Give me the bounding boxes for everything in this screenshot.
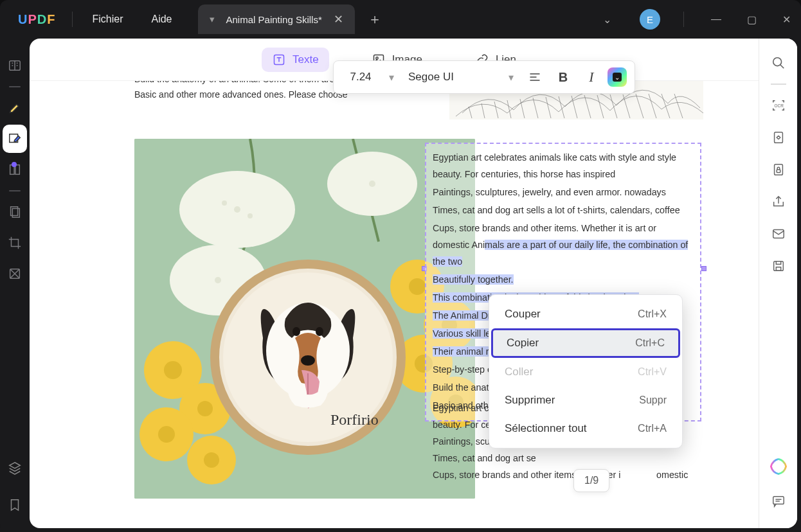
minimize-button[interactable]: — — [707, 11, 725, 28]
tab-title: Animal Painting Skills* — [226, 14, 322, 25]
organize-tool-icon[interactable] — [3, 198, 27, 226]
app-logo: UPDF — [18, 12, 55, 27]
ocr-icon[interactable]: OCR — [767, 94, 790, 117]
svg-point-23 — [409, 278, 426, 295]
layers-icon[interactable] — [3, 454, 27, 482]
svg-rect-45 — [777, 170, 780, 173]
email-icon[interactable] — [767, 222, 790, 245]
context-cut[interactable]: CouperCtrl+X — [489, 300, 682, 328]
crop-tool-icon[interactable] — [3, 229, 27, 257]
svg-point-41 — [773, 58, 781, 66]
divider — [683, 12, 684, 27]
font-size-dropdown-icon[interactable]: ▾ — [384, 71, 399, 84]
svg-point-38 — [292, 327, 300, 336]
edit-tool-icon[interactable] — [3, 125, 27, 153]
context-copy[interactable]: CopierCtrl+C — [491, 328, 680, 358]
svg-point-34 — [369, 181, 375, 187]
svg-rect-2 — [15, 165, 19, 175]
highlight-tool-icon[interactable] — [3, 94, 27, 122]
svg-rect-43 — [774, 132, 782, 143]
user-avatar[interactable]: E — [640, 9, 660, 30]
titlebar: UPDF Fichier Aide ▾ Animal Painting Skil… — [0, 0, 801, 39]
italic-button[interactable]: I — [579, 65, 604, 89]
hero-image[interactable]: Porfirio — [134, 139, 475, 499]
main-panel: Texte Image Lien — [30, 39, 797, 528]
left-toolbar — [0, 39, 30, 532]
svg-point-40 — [301, 355, 315, 366]
context-select-all[interactable]: Sélectionner toutCtrl+A — [489, 414, 682, 443]
menu-file[interactable]: Fichier — [78, 13, 137, 25]
new-tab-button[interactable]: ＋ — [368, 10, 382, 29]
document-tab[interactable]: ▾ Animal Painting Skills* ✕ — [198, 4, 355, 34]
svg-point-32 — [248, 213, 253, 218]
svg-point-39 — [316, 327, 323, 336]
reader-tool-icon[interactable] — [3, 51, 27, 80]
pages-tool-icon[interactable] — [3, 155, 27, 184]
selection-handle-right[interactable] — [701, 266, 706, 271]
context-paste: CollerCtrl+V — [489, 358, 682, 386]
align-icon[interactable] — [523, 65, 547, 89]
right-toolbar: OCR — [759, 39, 797, 528]
text-mode-button[interactable]: Texte — [262, 48, 329, 72]
font-family-dropdown-icon[interactable]: ▾ — [503, 71, 519, 84]
divider — [72, 12, 73, 27]
font-family-input[interactable] — [403, 71, 500, 84]
svg-point-33 — [215, 277, 221, 283]
ai-assistant-icon[interactable] — [767, 455, 790, 478]
svg-point-19 — [164, 361, 182, 379]
context-menu: CouperCtrl+X CopierCtrl+C CollerCtrl+V S… — [489, 294, 683, 448]
active-marker — [12, 162, 17, 167]
search-icon[interactable] — [767, 51, 790, 75]
convert-icon[interactable] — [767, 126, 790, 149]
svg-rect-46 — [773, 230, 784, 238]
svg-point-22 — [204, 452, 219, 468]
redact-tool-icon[interactable] — [3, 260, 27, 288]
close-window-button[interactable]: ✕ — [779, 11, 795, 28]
comment-icon[interactable] — [767, 490, 790, 513]
share-icon[interactable] — [767, 190, 790, 213]
text-color-picker[interactable]: ⌄ — [608, 67, 627, 87]
font-size-input[interactable] — [341, 71, 380, 84]
svg-point-8 — [375, 57, 377, 58]
context-delete[interactable]: SupprimerSuppr — [489, 386, 682, 414]
tab-close-icon[interactable]: ✕ — [334, 12, 343, 26]
text-format-toolbar: ▾ ▾ B I ⌄ — [333, 60, 635, 94]
document-area: Texte Image Lien — [30, 39, 759, 528]
protect-icon[interactable] — [767, 158, 790, 181]
hero-caption: Porfirio — [330, 411, 379, 428]
maximize-button[interactable]: ▢ — [743, 11, 760, 28]
bold-button[interactable]: B — [551, 65, 575, 89]
tab-dropdown-icon[interactable]: ▾ — [210, 13, 215, 25]
menu-help[interactable]: Aide — [137, 13, 186, 25]
save-icon[interactable] — [767, 254, 790, 278]
svg-point-20 — [197, 401, 213, 416]
page-indicator[interactable]: 1/9 — [573, 469, 609, 492]
svg-point-30 — [234, 206, 240, 213]
svg-rect-47 — [773, 262, 783, 271]
svg-rect-48 — [773, 497, 784, 504]
svg-point-31 — [222, 200, 227, 206]
text-icon — [272, 53, 286, 67]
bookmark-icon[interactable] — [3, 491, 27, 519]
svg-point-21 — [158, 426, 175, 443]
chevron-down-icon[interactable]: ⌄ — [599, 11, 615, 28]
svg-text:OCR: OCR — [774, 103, 784, 108]
